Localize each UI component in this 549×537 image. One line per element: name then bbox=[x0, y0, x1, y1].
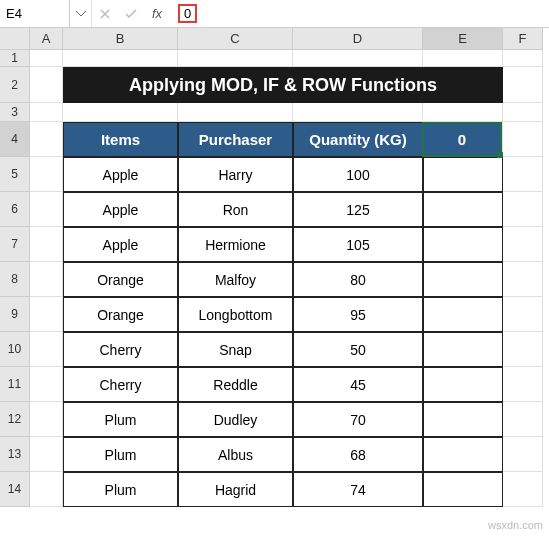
row-header-14[interactable]: 14 bbox=[0, 472, 30, 507]
cancel-button[interactable] bbox=[92, 0, 118, 27]
select-all-corner[interactable] bbox=[0, 28, 30, 50]
cell-F9[interactable] bbox=[503, 297, 543, 332]
cell-A3[interactable] bbox=[30, 103, 63, 122]
table-cell[interactable]: Albus bbox=[178, 437, 293, 472]
table-cell[interactable]: Apple bbox=[63, 192, 178, 227]
table-cell[interactable]: 125 bbox=[293, 192, 423, 227]
fx-button[interactable]: fx bbox=[144, 0, 170, 27]
cell-A14[interactable] bbox=[30, 472, 63, 507]
cell-F5[interactable] bbox=[503, 157, 543, 192]
table-cell[interactable]: Plum bbox=[63, 402, 178, 437]
cell-A11[interactable] bbox=[30, 367, 63, 402]
cell-F6[interactable] bbox=[503, 192, 543, 227]
cell-A13[interactable] bbox=[30, 437, 63, 472]
table-cell[interactable] bbox=[423, 402, 503, 437]
table-cell[interactable]: 74 bbox=[293, 472, 423, 507]
row-header-5[interactable]: 5 bbox=[0, 157, 30, 192]
table-cell[interactable] bbox=[423, 472, 503, 507]
column-header-A[interactable]: A bbox=[30, 28, 63, 50]
fill-handle[interactable] bbox=[497, 152, 503, 158]
cell-D1[interactable] bbox=[293, 50, 423, 67]
table-cell[interactable]: Plum bbox=[63, 437, 178, 472]
table-cell[interactable]: 70 bbox=[293, 402, 423, 437]
table-header-items[interactable]: Items bbox=[63, 122, 178, 157]
row-header-11[interactable]: 11 bbox=[0, 367, 30, 402]
cell-D3[interactable] bbox=[293, 103, 423, 122]
column-header-D[interactable]: D bbox=[293, 28, 423, 50]
table-cell[interactable]: Malfoy bbox=[178, 262, 293, 297]
table-cell[interactable] bbox=[423, 192, 503, 227]
name-box-dropdown[interactable] bbox=[70, 0, 92, 27]
column-header-E[interactable]: E bbox=[423, 28, 503, 50]
cell-A7[interactable] bbox=[30, 227, 63, 262]
table-cell[interactable]: Plum bbox=[63, 472, 178, 507]
table-cell[interactable]: Cherry bbox=[63, 332, 178, 367]
table-cell[interactable]: Snap bbox=[178, 332, 293, 367]
cell-F11[interactable] bbox=[503, 367, 543, 402]
table-cell[interactable]: 45 bbox=[293, 367, 423, 402]
cell-A9[interactable] bbox=[30, 297, 63, 332]
row-header-9[interactable]: 9 bbox=[0, 297, 30, 332]
row-header-10[interactable]: 10 bbox=[0, 332, 30, 367]
table-cell[interactable]: Longbottom bbox=[178, 297, 293, 332]
cell-F1[interactable] bbox=[503, 50, 543, 67]
table-cell[interactable]: 95 bbox=[293, 297, 423, 332]
table-cell[interactable]: 80 bbox=[293, 262, 423, 297]
cell-A5[interactable] bbox=[30, 157, 63, 192]
row-header-8[interactable]: 8 bbox=[0, 262, 30, 297]
row-header-3[interactable]: 3 bbox=[0, 103, 30, 122]
table-cell[interactable]: Harry bbox=[178, 157, 293, 192]
cell-F14[interactable] bbox=[503, 472, 543, 507]
cell-F8[interactable] bbox=[503, 262, 543, 297]
column-header-B[interactable]: B bbox=[63, 28, 178, 50]
cell-A10[interactable] bbox=[30, 332, 63, 367]
table-cell[interactable]: Dudley bbox=[178, 402, 293, 437]
table-cell[interactable]: 105 bbox=[293, 227, 423, 262]
selected-cell[interactable]: 0 bbox=[422, 122, 502, 157]
cell-A4[interactable] bbox=[30, 122, 63, 157]
table-cell[interactable]: Orange bbox=[63, 262, 178, 297]
cell-C3[interactable] bbox=[178, 103, 293, 122]
table-cell[interactable] bbox=[423, 157, 503, 192]
table-cell[interactable]: 50 bbox=[293, 332, 423, 367]
table-cell[interactable]: Reddle bbox=[178, 367, 293, 402]
cell-F12[interactable] bbox=[503, 402, 543, 437]
cell-F2[interactable] bbox=[503, 67, 543, 103]
table-cell[interactable] bbox=[423, 367, 503, 402]
name-box[interactable]: E4 bbox=[0, 0, 70, 27]
table-cell[interactable] bbox=[423, 332, 503, 367]
row-header-2[interactable]: 2 bbox=[0, 67, 30, 103]
cell-F13[interactable] bbox=[503, 437, 543, 472]
cell-F10[interactable] bbox=[503, 332, 543, 367]
row-header-6[interactable]: 6 bbox=[0, 192, 30, 227]
row-header-13[interactable]: 13 bbox=[0, 437, 30, 472]
row-header-1[interactable]: 1 bbox=[0, 50, 30, 67]
table-cell[interactable] bbox=[423, 227, 503, 262]
cell-F4[interactable] bbox=[503, 122, 543, 157]
cell-A1[interactable] bbox=[30, 50, 63, 67]
table-cell[interactable]: 68 bbox=[293, 437, 423, 472]
table-cell[interactable]: Hagrid bbox=[178, 472, 293, 507]
table-cell[interactable]: 100 bbox=[293, 157, 423, 192]
table-cell[interactable]: Apple bbox=[63, 227, 178, 262]
row-header-7[interactable]: 7 bbox=[0, 227, 30, 262]
row-header-4[interactable]: 4 bbox=[0, 122, 30, 157]
table-cell[interactable] bbox=[423, 262, 503, 297]
cell-A8[interactable] bbox=[30, 262, 63, 297]
row-header-12[interactable]: 12 bbox=[0, 402, 30, 437]
cell-F7[interactable] bbox=[503, 227, 543, 262]
formula-input[interactable]: 0 bbox=[170, 2, 549, 25]
table-cell[interactable] bbox=[423, 297, 503, 332]
table-cell[interactable]: Hermione bbox=[178, 227, 293, 262]
cell-C1[interactable] bbox=[178, 50, 293, 67]
column-header-F[interactable]: F bbox=[503, 28, 543, 50]
cell-A6[interactable] bbox=[30, 192, 63, 227]
confirm-button[interactable] bbox=[118, 0, 144, 27]
column-header-C[interactable]: C bbox=[178, 28, 293, 50]
table-header-quantity[interactable]: Quantity (KG) bbox=[293, 122, 423, 157]
table-cell[interactable]: Apple bbox=[63, 157, 178, 192]
table-cell[interactable]: Cherry bbox=[63, 367, 178, 402]
table-cell[interactable]: Orange bbox=[63, 297, 178, 332]
cell-B1[interactable] bbox=[63, 50, 178, 67]
table-cell[interactable]: Ron bbox=[178, 192, 293, 227]
